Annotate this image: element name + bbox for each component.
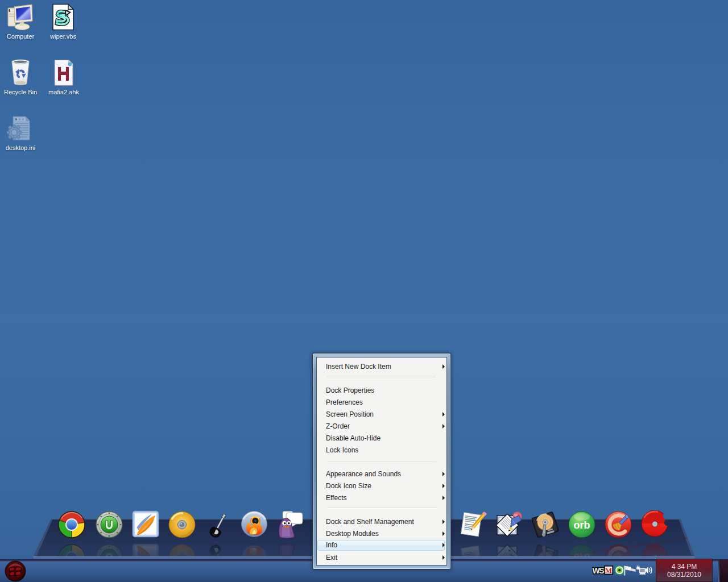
svg-text:WS: WS bbox=[593, 566, 605, 575]
svg-text:M: M bbox=[605, 566, 612, 575]
